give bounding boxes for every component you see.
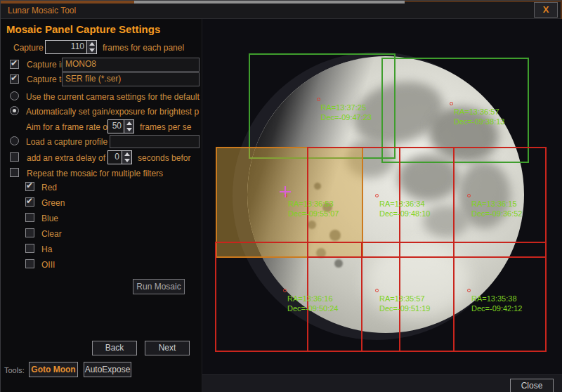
repeat-filters-label: Repeat the mosaic for multiple filters (27, 169, 163, 178)
frame-rate-value[interactable]: 50 (108, 120, 124, 133)
panel-center-marker (283, 289, 287, 292)
extra-delay-label-before: add an extra delay of (27, 153, 105, 163)
autoexpose-button[interactable]: AutoExpose (84, 362, 131, 377)
tools-label: Tools: (4, 366, 25, 374)
filter-checkbox-ha[interactable] (25, 244, 34, 253)
frames-count-spinner[interactable]: 110 (45, 40, 97, 54)
panel-center-marker (467, 289, 471, 292)
capture-to-label: Capture to (27, 74, 66, 84)
filter-label: Blue (41, 214, 58, 223)
capture-in-label: Capture in (27, 60, 65, 70)
auto-gain-exposure-radio[interactable] (10, 106, 19, 115)
frames-count-value[interactable]: 110 (46, 41, 86, 53)
panel-coords-label: RA=13:36:16Dec=-09:50:24 (287, 294, 338, 313)
panel-ra: RA=13:35:38 (471, 294, 522, 303)
panel-dec: Dec=-09:47:23 (321, 112, 372, 122)
panel-coords-label: RA=13:36:15Dec=-09:36:52 (471, 199, 522, 218)
use-current-settings-radio[interactable] (10, 91, 19, 100)
top-edge-strip-orange (1, 1, 134, 4)
run-mosaic-button[interactable]: Run Mosaic (133, 279, 185, 294)
spinner-arrows[interactable] (86, 41, 96, 53)
back-button[interactable]: Back (92, 341, 137, 355)
filter-checkbox-red[interactable] (25, 182, 34, 191)
frame-rate-label-after: frames per se (140, 122, 191, 132)
spin-down-icon[interactable] (122, 157, 131, 164)
filter-checkbox-green[interactable] (25, 197, 34, 207)
window-title: Lunar Mosaic Tool (8, 6, 76, 15)
settings-header: Mosaic Panel Capture Settings (6, 23, 160, 35)
panel-center-marker (375, 194, 379, 197)
panel-dec: Dec=-09:42:12 (471, 303, 522, 313)
panel-coords-label: RA=13:37:25Dec=-09:47:23 (321, 103, 372, 122)
load-profile-radio[interactable] (10, 136, 19, 145)
filter-label: Green (41, 198, 65, 208)
panel-dec: Dec=-09:55:07 (288, 209, 339, 218)
extra-delay-label-after: seconds befor (138, 153, 190, 163)
panel-dec: Dec=-09:36:52 (471, 209, 522, 218)
panel-coords-label: RA=13:36:57Dec=-09:38:13 (454, 107, 504, 126)
top-edge-strip-gray (134, 1, 405, 4)
spin-up-icon[interactable] (124, 120, 133, 126)
extra-delay-spinner[interactable]: 0 (107, 150, 132, 164)
panel-dec: Dec=-09:48:10 (379, 209, 430, 218)
capture-in-checkbox[interactable] (10, 60, 19, 69)
filter-checkbox-oiii[interactable] (25, 259, 34, 268)
panel-ra: RA=13:35:57 (379, 294, 430, 303)
auto-gain-exposure-label: Automatically set gain/exposure for brig… (26, 107, 199, 117)
capture-settings-panel: Mosaic Panel Capture Settings Capture 11… (1, 19, 202, 392)
panel-coords-label: RA=13:35:38Dec=-09:42:12 (471, 294, 522, 313)
panel-dec: Dec=-09:50:24 (287, 303, 338, 313)
filter-label: OIII (41, 260, 55, 270)
lunar-mosaic-tool-window: Lunar Mosaic Tool X Mosaic Panel Capture… (0, 0, 562, 392)
panel-coords-label: RA=13:36:34Dec=-09:48:10 (379, 199, 430, 218)
panel-center-marker (375, 289, 379, 292)
spinner-arrows[interactable] (122, 151, 131, 164)
filter-checkbox-clear[interactable] (25, 228, 34, 237)
top-edge-strip-dark (405, 1, 562, 2)
panel-ra: RA=13:36:57 (454, 107, 504, 117)
filter-checkbox-blue[interactable] (25, 213, 34, 222)
filter-label: Ha (41, 244, 52, 254)
spin-up-icon[interactable] (87, 41, 96, 47)
capture-file-field[interactable]: SER file (*.ser) (62, 72, 200, 86)
mosaic-view[interactable]: RA=13:37:25Dec=-09:47:23RA=13:36:57Dec=-… (202, 19, 562, 374)
spinner-arrows[interactable] (124, 120, 133, 133)
close-window-button[interactable]: X (534, 2, 558, 18)
panel-center-marker (317, 98, 320, 101)
close-icon: X (543, 4, 549, 15)
filter-label: Clear (41, 229, 62, 239)
spin-down-icon[interactable] (124, 126, 133, 133)
panel-ra: RA=13:36:16 (287, 294, 338, 303)
goto-moon-button[interactable]: Goto Moon (29, 362, 78, 377)
extra-delay-value[interactable]: 0 (108, 151, 122, 164)
spin-up-icon[interactable] (122, 151, 131, 157)
close-button[interactable]: Close (510, 379, 554, 392)
repeat-filters-checkbox[interactable] (10, 168, 19, 177)
extra-delay-checkbox[interactable] (10, 152, 19, 162)
capture-to-checkbox[interactable] (10, 74, 19, 84)
next-button[interactable]: Next (145, 341, 190, 355)
scope-position-cross (280, 186, 291, 197)
panel-dec: Dec=-09:38:13 (454, 117, 504, 126)
capture-frames-label-before: Capture (13, 43, 44, 53)
panel-center-marker (450, 102, 453, 105)
profile-field[interactable] (110, 135, 200, 148)
capture-format-field[interactable]: MONO8 (62, 58, 200, 72)
frame-rate-spinner[interactable]: 50 (107, 119, 134, 133)
bottom-bar: Close (202, 374, 562, 392)
panel-ra: RA=13:37:25 (321, 103, 372, 112)
load-profile-label: Load a capture profile : (26, 137, 112, 147)
panel-ra: RA=13:36:53 (288, 199, 339, 209)
capture-frames-label-after: frames for each panel (103, 43, 184, 53)
panel-center-marker (467, 194, 471, 197)
use-current-settings-label: Use the current camera settings for the … (26, 92, 200, 102)
panel-dec: Dec=-09:51:19 (379, 303, 430, 313)
spin-down-icon[interactable] (87, 47, 96, 53)
panel-coords-label: RA=13:35:57Dec=-09:51:19 (379, 294, 430, 313)
panel-ra: RA=13:36:34 (379, 199, 430, 209)
panel-coords-label: RA=13:36:53Dec=-09:55:07 (288, 199, 339, 218)
filter-label: Red (41, 183, 57, 192)
frame-rate-label-before: Aim for a frame rate of (26, 122, 110, 132)
panel-ra: RA=13:36:15 (471, 199, 522, 209)
